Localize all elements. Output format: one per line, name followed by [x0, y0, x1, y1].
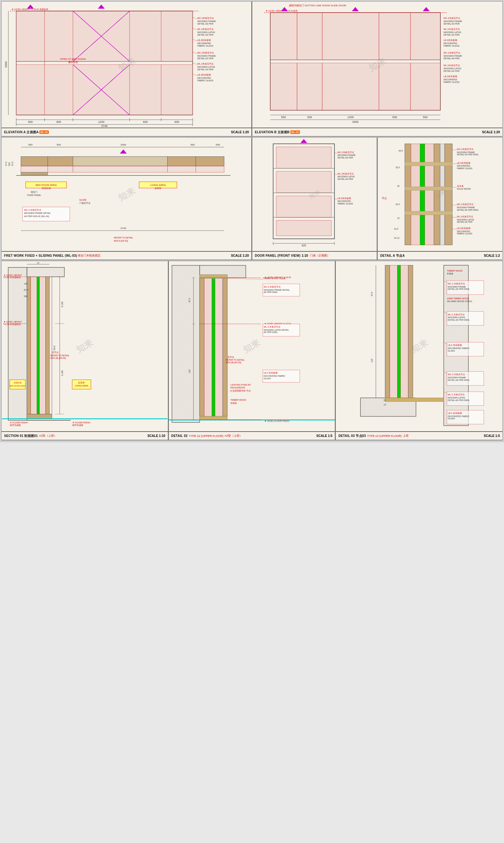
svg-text:DETAIL AS PER DWG.: DETAIL AS PER DWG. — [457, 154, 479, 156]
svg-text:15: 15 — [397, 217, 400, 219]
elevation-a-svg: 600 600 1200 600 600 3740 3300 ↓ WC-2木框见… — [2, 2, 251, 128]
svg-text:SLIDE: SLIDE — [79, 198, 87, 201]
svg-text:WC-3 木框见节点: WC-3 木框见节点 — [448, 283, 465, 285]
svg-text:WC-3 木框见节点: WC-3 木框见节点 — [264, 286, 281, 288]
svg-line-63 — [193, 63, 198, 65]
svg-rect-316 — [398, 265, 401, 398]
svg-text:125: 125 — [24, 283, 28, 285]
main-container: 知来 — [0, 0, 504, 442]
svg-text:DETAIL AS PER: DETAIL AS PER — [198, 68, 214, 71]
fret-work-caption: FRET WORK FIXED + SLIDING PANEL (WL-03) … — [2, 251, 251, 260]
svg-text:WL-3木条见节点: WL-3木条见节点 — [444, 64, 460, 67]
door-panel-svg: 425 WC-2木框见节点 WOODEN FRAME DETAIL AS PER… — [252, 138, 377, 251]
svg-text:550: 550 — [28, 143, 33, 146]
svg-rect-128 — [73, 166, 167, 172]
svg-text:LB-3 夹布玻璃: LB-3 夹布玻璃 — [448, 412, 462, 414]
svg-rect-12 — [130, 11, 161, 61]
svg-text:LB-3夹布玻璃: LB-3夹布玻璃 — [444, 75, 457, 77]
svg-rect-157 — [276, 147, 331, 168]
svg-text:1200: 1200 — [347, 115, 354, 119]
svg-rect-78 — [411, 13, 440, 60]
svg-text:DECORATED: DECORATED — [444, 42, 457, 44]
svg-text:3740: 3740 — [101, 124, 107, 128]
svg-text:FABRIC GLASS: FABRIC GLASS — [198, 79, 214, 82]
svg-rect-3 — [16, 65, 45, 115]
svg-text:DETAIL AS PER: DETAIL AS PER — [444, 57, 460, 59]
svg-text:DECORATED FABRIC: DECORATED FABRIC — [448, 415, 470, 417]
svg-line-61 — [193, 39, 198, 41]
svg-rect-129 — [167, 157, 196, 166]
svg-text:卧室区域: 卧室区域 — [14, 381, 21, 384]
svg-text:▼ LEVEL HEIGHT +2.45 M 高度标高: ▼ LEVEL HEIGHT +2.45 M 高度标高 — [12, 8, 48, 11]
svg-rect-183 — [411, 144, 420, 245]
svg-line-59 — [193, 17, 198, 19]
svg-text:REFER TO DETAIL: REFER TO DETAIL — [226, 359, 245, 361]
svg-text:DECORATED: DECORATED — [337, 200, 350, 202]
svg-text:卧室区域: 卧室区域 — [42, 187, 51, 189]
svg-text:▼ FLOOR FINISH: ▼ FLOOR FINISH — [72, 422, 90, 424]
svg-text:FABRIC GLASS: FABRIC GLASS — [457, 167, 473, 169]
svg-text:DECORATED: DECORATED — [457, 165, 470, 167]
svg-text:↓: ↓ — [30, 6, 31, 8]
svg-text:WC-2木框见节点: WC-2木框见节点 — [444, 52, 460, 54]
detail-a-title: DETAIL A 节点A — [380, 254, 405, 258]
svg-rect-271 — [204, 278, 212, 416]
svg-text:WC-2木框见节点: WC-2木框见节点 — [337, 151, 354, 154]
svg-rect-77 — [379, 63, 411, 110]
svg-text:WOODEN FRAME DETAIL: WOODEN FRAME DETAIL — [24, 212, 51, 214]
svg-text:200: 200 — [24, 295, 28, 298]
svg-text:550: 550 — [423, 115, 428, 119]
svg-marker-40 — [98, 5, 105, 8]
svg-rect-188 — [445, 144, 452, 245]
svg-text:550: 550 — [216, 143, 220, 146]
svg-text:▼ LEVEL HEIGHT: ▼ LEVEL HEIGHT — [3, 321, 22, 323]
svg-text:+2.45 M 高度标高: +2.45 M 高度标高 — [3, 276, 21, 279]
svg-text:125: 125 — [371, 359, 373, 363]
svg-text:887.5: 887.5 — [61, 302, 63, 307]
svg-text:3740: 3740 — [121, 227, 126, 230]
detail-03-svg: TIMBER WOOD 木线条 WC-3 木框见节点 WOODEN FRAME … — [336, 261, 502, 431]
elevation-b-scale: SCALE 1:20 — [482, 130, 500, 134]
detail-03-scale: SCALE 1:5 — [484, 434, 500, 437]
svg-text:WOODEN LATHS: WOODEN LATHS — [448, 316, 465, 319]
svg-text:600: 600 — [56, 120, 61, 124]
svg-text:WOODEN FRAME: WOODEN FRAME — [198, 55, 216, 57]
svg-text:DETAIL AS PER DWG.: DETAIL AS PER DWG. — [448, 399, 470, 401]
svg-text:LB-3 夹布玻璃: LB-3 夹布玻璃 — [264, 372, 277, 374]
svg-text:REFER TO DETAIL: REFER TO DETAIL — [114, 237, 133, 239]
svg-text:WOODEN FRAME: WOODEN FRAME — [457, 207, 475, 209]
svg-text:WOODEN LATHS: WOODEN LATHS — [337, 176, 355, 178]
svg-text:1200: 1200 — [98, 120, 104, 124]
svg-rect-186 — [434, 144, 440, 245]
svg-rect-14 — [161, 11, 193, 61]
svg-text:起居室: 起居室 — [155, 187, 161, 189]
svg-text:见节点: 见节点 — [227, 356, 234, 358]
section-01-panel: 知来 — [1, 261, 168, 441]
svg-text:DETAIL AS PER: DETAIL AS PER — [444, 23, 460, 25]
svg-text:WC-2木框见节点: WC-2木框见节点 — [444, 17, 460, 20]
fret-work-scale: SCALE 1:20 — [231, 254, 249, 257]
svg-text:OPEN TO BED ROOM: OPEN TO BED ROOM — [60, 58, 86, 60]
svg-text:600: 600 — [28, 120, 33, 124]
svg-text:AS PER DWG.: AS PER DWG. — [264, 291, 278, 293]
svg-text:10MM TIMBER WOOD: 10MM TIMBER WOOD — [447, 298, 469, 300]
section-01-type-cn: A2型（上层） — [39, 434, 57, 438]
svg-text:WL-3 木条见节点: WL-3 木条见节点 — [264, 326, 280, 328]
detail-a-svg: 实木条 SOLID WOOD WC-2木框见节点 WOODEN FRAME DE… — [378, 138, 502, 251]
svg-text:WOODEN LATHS DETAIL: WOODEN LATHS DETAIL — [264, 329, 289, 331]
svg-text:13: 13 — [384, 403, 386, 406]
svg-text:AS PER DWG.: AS PER DWG. — [264, 331, 278, 333]
svg-text:WOODEN FRAME: WOODEN FRAME — [448, 376, 466, 379]
svg-text:木线条: 木线条 — [447, 272, 454, 275]
svg-text:WOODEN FRAME: WOODEN FRAME — [198, 20, 216, 22]
svg-rect-126 — [48, 166, 73, 172]
detail-02-cn: A2型（上层） — [224, 434, 242, 438]
svg-text:600: 600 — [143, 120, 148, 124]
svg-text:LIVING AREA: LIVING AREA — [75, 384, 88, 387]
svg-text:WOODEN FRAME: WOODEN FRAME — [457, 151, 475, 154]
elevation-a-title: ELEVATION A 立面图A — [4, 130, 39, 134]
svg-rect-123 — [21, 166, 48, 172]
svg-text:WC-3 木框见节点: WC-3 木框见节点 — [448, 374, 465, 376]
svg-rect-189 — [405, 162, 452, 166]
svg-text:DETAIL AS PER: DETAIL AS PER — [198, 23, 214, 25]
